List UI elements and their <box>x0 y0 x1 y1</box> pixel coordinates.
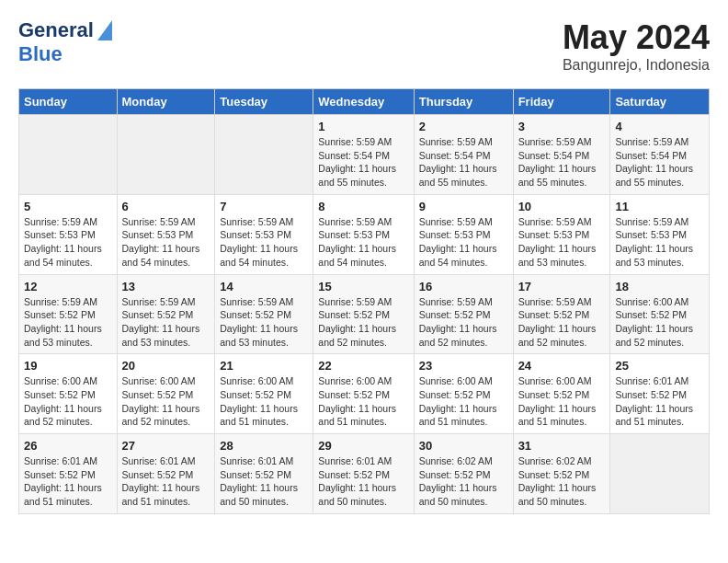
day-number: 7 <box>220 200 308 213</box>
table-row: 6Sunrise: 5:59 AMSunset: 5:53 PMDaylight… <box>117 194 215 274</box>
calendar-week-row: 12Sunrise: 5:59 AMSunset: 5:52 PMDayligh… <box>19 274 710 354</box>
calendar-table: Sunday Monday Tuesday Wednesday Thursday… <box>18 88 710 514</box>
day-number: 28 <box>220 439 308 453</box>
header-saturday: Saturday <box>610 89 710 115</box>
day-info: Sunrise: 5:59 AMSunset: 5:52 PMDaylight:… <box>220 295 308 350</box>
day-number: 4 <box>615 120 704 133</box>
title-block: May 2024 Bangunrejo, Indonesia <box>563 18 710 74</box>
day-number: 25 <box>615 359 704 373</box>
day-number: 6 <box>122 200 210 213</box>
logo-triangle-icon <box>97 20 112 40</box>
day-number: 27 <box>122 439 210 453</box>
calendar-week-row: 5Sunrise: 5:59 AMSunset: 5:53 PMDaylight… <box>19 194 710 274</box>
svg-marker-0 <box>97 20 112 40</box>
table-row: 23Sunrise: 6:00 AMSunset: 5:52 PMDayligh… <box>414 354 513 434</box>
day-info: Sunrise: 5:59 AMSunset: 5:53 PMDaylight:… <box>518 215 606 270</box>
table-row: 5Sunrise: 5:59 AMSunset: 5:53 PMDaylight… <box>19 194 118 274</box>
table-row <box>610 434 710 514</box>
day-info: Sunrise: 5:59 AMSunset: 5:53 PMDaylight:… <box>419 215 508 270</box>
day-info: Sunrise: 5:59 AMSunset: 5:53 PMDaylight:… <box>318 215 408 270</box>
day-info: Sunrise: 6:00 AMSunset: 5:52 PMDaylight:… <box>615 295 704 350</box>
day-info: Sunrise: 6:00 AMSunset: 5:52 PMDaylight:… <box>318 374 408 429</box>
table-row: 9Sunrise: 5:59 AMSunset: 5:53 PMDaylight… <box>414 194 513 274</box>
day-info: Sunrise: 6:02 AMSunset: 5:52 PMDaylight:… <box>419 454 508 509</box>
table-row: 26Sunrise: 6:01 AMSunset: 5:52 PMDayligh… <box>19 434 118 514</box>
table-row: 16Sunrise: 5:59 AMSunset: 5:52 PMDayligh… <box>414 274 513 354</box>
calendar-week-row: 19Sunrise: 6:00 AMSunset: 5:52 PMDayligh… <box>19 354 710 434</box>
table-row: 17Sunrise: 5:59 AMSunset: 5:52 PMDayligh… <box>513 274 610 354</box>
table-row: 29Sunrise: 6:01 AMSunset: 5:52 PMDayligh… <box>313 434 414 514</box>
table-row <box>215 115 313 195</box>
table-row: 25Sunrise: 6:01 AMSunset: 5:52 PMDayligh… <box>610 354 710 434</box>
calendar-week-row: 26Sunrise: 6:01 AMSunset: 5:52 PMDayligh… <box>19 434 710 514</box>
day-number: 2 <box>419 120 508 133</box>
table-row: 18Sunrise: 6:00 AMSunset: 5:52 PMDayligh… <box>610 274 710 354</box>
day-info: Sunrise: 5:59 AMSunset: 5:53 PMDaylight:… <box>615 215 704 270</box>
day-info: Sunrise: 6:00 AMSunset: 5:52 PMDaylight:… <box>419 374 508 429</box>
day-number: 31 <box>518 439 606 453</box>
day-info: Sunrise: 5:59 AMSunset: 5:54 PMDaylight:… <box>518 135 606 190</box>
day-number: 9 <box>419 200 508 213</box>
header-wednesday: Wednesday <box>313 89 414 115</box>
day-number: 29 <box>318 439 408 453</box>
logo-blue-text: Blue <box>18 42 63 66</box>
day-info: Sunrise: 6:01 AMSunset: 5:52 PMDaylight:… <box>122 454 210 509</box>
day-number: 10 <box>518 200 606 213</box>
day-info: Sunrise: 6:00 AMSunset: 5:52 PMDaylight:… <box>24 374 112 429</box>
table-row: 8Sunrise: 5:59 AMSunset: 5:53 PMDaylight… <box>313 194 414 274</box>
day-number: 21 <box>220 359 308 373</box>
day-number: 22 <box>318 359 408 373</box>
table-row <box>19 115 118 195</box>
day-number: 30 <box>419 439 508 453</box>
day-number: 3 <box>518 120 606 133</box>
weekday-header-row: Sunday Monday Tuesday Wednesday Thursday… <box>19 89 710 115</box>
header-friday: Friday <box>513 89 610 115</box>
table-row: 14Sunrise: 5:59 AMSunset: 5:52 PMDayligh… <box>215 274 313 354</box>
day-number: 19 <box>24 359 112 373</box>
day-info: Sunrise: 5:59 AMSunset: 5:54 PMDaylight:… <box>419 135 508 190</box>
day-number: 11 <box>615 200 704 213</box>
day-info: Sunrise: 6:01 AMSunset: 5:52 PMDaylight:… <box>220 454 308 509</box>
day-number: 23 <box>419 359 508 373</box>
table-row: 11Sunrise: 5:59 AMSunset: 5:53 PMDayligh… <box>610 194 710 274</box>
day-number: 24 <box>518 359 606 373</box>
table-row: 7Sunrise: 5:59 AMSunset: 5:53 PMDaylight… <box>215 194 313 274</box>
logo: General Blue <box>18 18 112 66</box>
table-row: 31Sunrise: 6:02 AMSunset: 5:52 PMDayligh… <box>513 434 610 514</box>
calendar-subtitle: Bangunrejo, Indonesia <box>563 57 710 74</box>
day-number: 5 <box>24 200 112 213</box>
calendar-week-row: 1Sunrise: 5:59 AMSunset: 5:54 PMDaylight… <box>19 115 710 195</box>
table-row: 30Sunrise: 6:02 AMSunset: 5:52 PMDayligh… <box>414 434 513 514</box>
day-number: 16 <box>419 280 508 293</box>
calendar-title: May 2024 <box>563 18 710 57</box>
table-row: 10Sunrise: 5:59 AMSunset: 5:53 PMDayligh… <box>513 194 610 274</box>
day-number: 12 <box>24 280 112 293</box>
header-sunday: Sunday <box>19 89 118 115</box>
logo-general-text: General <box>18 18 94 42</box>
day-info: Sunrise: 6:00 AMSunset: 5:52 PMDaylight:… <box>220 374 308 429</box>
day-number: 18 <box>615 280 704 293</box>
table-row: 28Sunrise: 6:01 AMSunset: 5:52 PMDayligh… <box>215 434 313 514</box>
day-info: Sunrise: 5:59 AMSunset: 5:54 PMDaylight:… <box>318 135 408 190</box>
day-info: Sunrise: 6:01 AMSunset: 5:52 PMDaylight:… <box>615 374 704 429</box>
table-row: 20Sunrise: 6:00 AMSunset: 5:52 PMDayligh… <box>117 354 215 434</box>
day-info: Sunrise: 6:01 AMSunset: 5:52 PMDaylight:… <box>318 454 408 509</box>
table-row: 13Sunrise: 5:59 AMSunset: 5:52 PMDayligh… <box>117 274 215 354</box>
table-row: 1Sunrise: 5:59 AMSunset: 5:54 PMDaylight… <box>313 115 414 195</box>
header-monday: Monday <box>117 89 215 115</box>
day-info: Sunrise: 5:59 AMSunset: 5:52 PMDaylight:… <box>122 295 210 350</box>
table-row: 3Sunrise: 5:59 AMSunset: 5:54 PMDaylight… <box>513 115 610 195</box>
day-info: Sunrise: 6:02 AMSunset: 5:52 PMDaylight:… <box>518 454 606 509</box>
table-row: 4Sunrise: 5:59 AMSunset: 5:54 PMDaylight… <box>610 115 710 195</box>
header-thursday: Thursday <box>414 89 513 115</box>
header-tuesday: Tuesday <box>215 89 313 115</box>
table-row: 2Sunrise: 5:59 AMSunset: 5:54 PMDaylight… <box>414 115 513 195</box>
day-info: Sunrise: 5:59 AMSunset: 5:52 PMDaylight:… <box>419 295 508 350</box>
table-row: 27Sunrise: 6:01 AMSunset: 5:52 PMDayligh… <box>117 434 215 514</box>
page-header: General Blue May 2024 Bangunrejo, Indone… <box>18 18 710 74</box>
day-number: 8 <box>318 200 408 213</box>
table-row: 21Sunrise: 6:00 AMSunset: 5:52 PMDayligh… <box>215 354 313 434</box>
day-info: Sunrise: 6:00 AMSunset: 5:52 PMDaylight:… <box>518 374 606 429</box>
day-info: Sunrise: 5:59 AMSunset: 5:52 PMDaylight:… <box>24 295 112 350</box>
day-number: 13 <box>122 280 210 293</box>
